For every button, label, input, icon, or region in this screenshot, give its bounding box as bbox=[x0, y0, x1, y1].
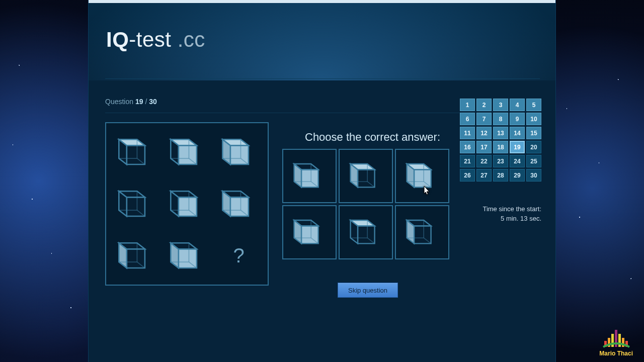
question-nav: 1234567891011121314151617181920212223242… bbox=[460, 99, 541, 182]
divider-top bbox=[105, 78, 540, 79]
nav-q-6[interactable]: 6 bbox=[460, 113, 475, 125]
divider-mid bbox=[105, 113, 467, 113]
logo-rest: -test bbox=[129, 28, 171, 51]
question-current: 19 bbox=[135, 98, 143, 106]
question-total: 30 bbox=[149, 98, 157, 106]
svg-marker-78 bbox=[414, 226, 431, 243]
nav-q-13[interactable]: 13 bbox=[493, 127, 508, 139]
svg-marker-0 bbox=[126, 145, 144, 164]
nav-q-9[interactable]: 9 bbox=[510, 113, 525, 125]
watermark-icon bbox=[601, 328, 631, 349]
svg-marker-54 bbox=[358, 169, 375, 187]
timer: Time since the start: 5 min. 13 sec. bbox=[456, 205, 541, 224]
puzzle-cell-8 bbox=[164, 233, 210, 279]
answer-option-2[interactable] bbox=[339, 149, 393, 203]
svg-marker-36 bbox=[126, 249, 144, 268]
nav-q-10[interactable]: 10 bbox=[526, 113, 541, 125]
question-word: Question bbox=[105, 98, 133, 106]
svg-rect-86 bbox=[611, 334, 614, 347]
nav-q-17[interactable]: 17 bbox=[476, 141, 492, 153]
svg-marker-12 bbox=[230, 145, 248, 164]
answer-option-1[interactable] bbox=[282, 149, 337, 203]
top-strip bbox=[89, 0, 555, 3]
puzzle-cell-1 bbox=[112, 129, 158, 175]
nav-q-4[interactable]: 4 bbox=[510, 99, 525, 111]
svg-rect-88 bbox=[618, 334, 621, 347]
svg-marker-6 bbox=[178, 145, 196, 164]
nav-q-11[interactable]: 11 bbox=[460, 127, 475, 139]
puzzle-cell-6 bbox=[216, 181, 262, 227]
question-sep: / bbox=[143, 98, 149, 106]
svg-marker-24 bbox=[178, 197, 196, 216]
nav-q-15[interactable]: 15 bbox=[526, 127, 541, 139]
puzzle-cell-4 bbox=[112, 181, 158, 227]
nav-q-29[interactable]: 29 bbox=[510, 169, 525, 182]
svg-marker-48 bbox=[301, 169, 318, 187]
puzzle-cell-3 bbox=[216, 129, 262, 175]
answer-option-3[interactable] bbox=[395, 149, 449, 203]
nav-q-28[interactable]: 28 bbox=[493, 169, 508, 182]
nav-q-27[interactable]: 27 bbox=[476, 169, 492, 182]
nav-q-2[interactable]: 2 bbox=[476, 99, 492, 111]
puzzle-cell-5 bbox=[164, 181, 210, 227]
svg-marker-30 bbox=[230, 197, 248, 216]
nav-q-19[interactable]: 19 bbox=[510, 141, 525, 153]
nav-q-1[interactable]: 1 bbox=[460, 99, 475, 111]
puzzle-cell-9: ? bbox=[216, 233, 262, 279]
puzzle-cell-2 bbox=[164, 129, 210, 175]
nav-q-5[interactable]: 5 bbox=[526, 99, 541, 111]
svg-marker-66 bbox=[301, 226, 318, 243]
watermark-text: Mario Thaci bbox=[599, 350, 633, 357]
question-counter: Question 19 / 30 bbox=[105, 98, 157, 106]
answer-grid bbox=[282, 149, 451, 259]
nav-q-26[interactable]: 26 bbox=[460, 169, 475, 182]
choose-label: Choose the correct answer: bbox=[305, 131, 440, 144]
nav-q-24[interactable]: 24 bbox=[510, 155, 525, 167]
svg-marker-60 bbox=[414, 169, 431, 187]
nav-q-21[interactable]: 21 bbox=[460, 155, 475, 167]
nav-q-22[interactable]: 22 bbox=[476, 155, 492, 167]
answer-option-5[interactable] bbox=[339, 205, 393, 259]
svg-marker-18 bbox=[126, 197, 144, 216]
nav-q-18[interactable]: 18 bbox=[493, 141, 508, 153]
site-logo: IQ-test .cc bbox=[106, 28, 205, 52]
nav-q-30[interactable]: 30 bbox=[526, 169, 541, 182]
nav-q-14[interactable]: 14 bbox=[510, 127, 525, 139]
timer-value: 5 min. 13 sec. bbox=[456, 214, 541, 224]
nav-q-12[interactable]: 12 bbox=[476, 127, 492, 139]
logo-bold: IQ bbox=[106, 28, 129, 51]
nav-q-23[interactable]: 23 bbox=[493, 155, 508, 167]
nav-q-16[interactable]: 16 bbox=[460, 141, 475, 153]
watermark: Mario Thaci bbox=[599, 328, 633, 357]
svg-marker-42 bbox=[178, 249, 196, 268]
answer-option-6[interactable] bbox=[395, 205, 449, 259]
puzzle-grid: ? bbox=[105, 122, 269, 286]
nav-q-25[interactable]: 25 bbox=[526, 155, 541, 167]
nav-q-8[interactable]: 8 bbox=[493, 113, 508, 125]
nav-q-20[interactable]: 20 bbox=[526, 141, 541, 153]
app-panel: IQ-test .cc Question 19 / 30 bbox=[88, 0, 556, 362]
logo-dim: .cc bbox=[172, 28, 205, 51]
svg-marker-72 bbox=[358, 226, 375, 243]
nav-q-7[interactable]: 7 bbox=[476, 113, 492, 125]
timer-label: Time since the start: bbox=[456, 205, 541, 214]
missing-marker: ? bbox=[233, 244, 244, 267]
nav-q-3[interactable]: 3 bbox=[493, 99, 508, 111]
puzzle-cell-7 bbox=[112, 233, 158, 279]
answer-option-4[interactable] bbox=[282, 205, 337, 259]
skip-button[interactable]: Skip question bbox=[338, 283, 398, 298]
